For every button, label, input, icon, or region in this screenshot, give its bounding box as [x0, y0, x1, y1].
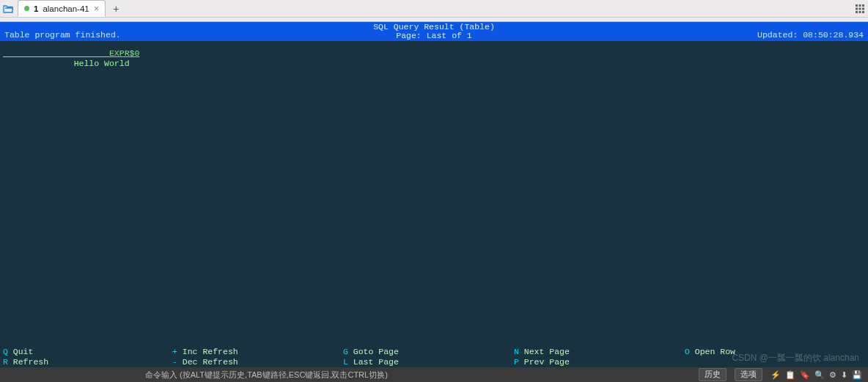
new-tab-button[interactable]: +: [108, 0, 123, 17]
svg-rect-5: [862, 7, 864, 10]
bookmark-icon[interactable]: 🔖: [800, 370, 810, 380]
shortcut-inc-refresh: + Inc Refresh: [172, 347, 238, 356]
sql-result-console: Table program finished. SQL Query Result…: [0, 18, 868, 367]
shortcut-refresh: R Refresh: [3, 357, 48, 367]
bolt-icon[interactable]: ⚡: [770, 370, 781, 380]
shortcut-next-page: N Next Page: [514, 347, 570, 356]
svg-rect-1: [859, 4, 861, 7]
header-pad: [3, 48, 109, 58]
svg-rect-3: [856, 7, 858, 10]
svg-rect-0: [856, 4, 858, 7]
svg-rect-4: [859, 7, 861, 10]
shortcut-goto-page: G Goto Page: [343, 347, 399, 356]
command-prompt-hint[interactable]: 命令输入 (按ALT键提示历史,TAB键路径,ESC键返回,双击CTRL切换): [145, 370, 388, 381]
cell-value: Hello World: [74, 59, 130, 68]
result-page-info: Page: Last of 1: [396, 31, 472, 40]
data-row: Hello World: [3, 59, 130, 68]
tab-alanchan-41[interactable]: 1 alanchan-41 ×: [18, 0, 106, 17]
command-status-bar: 命令输入 (按ALT键提示历史,TAB键路径,ESC键返回,双击CTRL切换) …: [0, 367, 868, 382]
tab-title: alanchan-41: [43, 4, 89, 13]
tab-sequence: 1: [34, 4, 38, 13]
settings-icon[interactable]: ⚙: [829, 370, 836, 380]
statusbar-right-group: 历史 选项 ⚡ 📋 🔖 🔍 ⚙ ⬇ 💾: [699, 368, 862, 381]
clipboard-icon[interactable]: 📋: [785, 370, 795, 380]
shortcut-open-row: O Open Row: [685, 347, 735, 356]
shortcut-last-page: L Last Page: [343, 357, 399, 367]
tab-modified-dot-icon: [24, 6, 29, 11]
cell-pad: [3, 59, 74, 68]
status-message: Table program finished.: [4, 30, 121, 40]
shortcut-prev-page: P Prev Page: [514, 357, 570, 367]
history-button[interactable]: 历史: [699, 368, 727, 381]
svg-rect-2: [862, 4, 864, 7]
shortcut-dec-refresh: - Dec Refresh: [172, 357, 238, 367]
layout-grid-button[interactable]: [852, 0, 868, 17]
search-icon[interactable]: 🔍: [814, 370, 825, 380]
tab-close-icon[interactable]: ×: [94, 3, 100, 14]
result-header-bar: Table program finished. SQL Query Result…: [0, 22, 868, 41]
open-folder-button[interactable]: [0, 0, 16, 17]
shortcut-quit: Q Quit: [3, 347, 33, 356]
download-icon[interactable]: ⬇: [841, 370, 847, 380]
column-header: EXPR$0: [109, 48, 139, 58]
column-header-row: EXPR$0: [3, 48, 139, 58]
shortcut-legend: Q Quit R Refresh + Inc Refresh - Dec Ref…: [1, 346, 867, 367]
tab-bar: 1 alanchan-41 × +: [0, 0, 868, 18]
save-icon[interactable]: 💾: [852, 370, 862, 380]
svg-rect-7: [859, 11, 861, 13]
svg-rect-6: [856, 11, 858, 13]
options-button[interactable]: 选项: [735, 368, 762, 381]
svg-rect-8: [862, 11, 864, 13]
updated-timestamp: Updated: 08:50:28.934: [757, 30, 864, 40]
